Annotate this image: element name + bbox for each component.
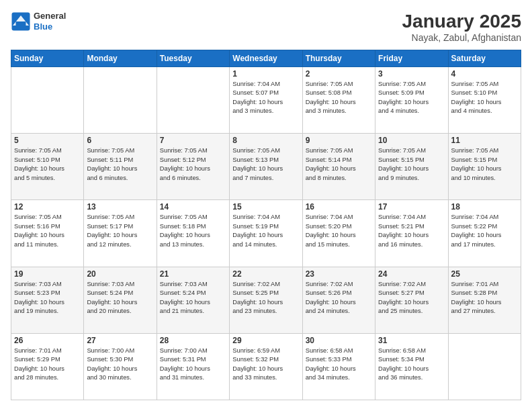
day-number: 1 (232, 69, 299, 79)
day-info: Sunrise: 7:05 AM Sunset: 5:11 PM Dayligh… (87, 146, 153, 183)
day-cell: 16Sunrise: 7:04 AM Sunset: 5:20 PM Dayli… (302, 200, 375, 267)
calendar-table: SundayMondayTuesdayWednesdayThursdayFrid… (11, 50, 521, 400)
svg-rect-2 (16, 21, 26, 28)
day-cell: 5Sunrise: 7:05 AM Sunset: 5:10 PM Daylig… (11, 134, 84, 200)
day-number: 29 (232, 336, 299, 345)
week-row-1: 1Sunrise: 7:04 AM Sunset: 5:07 PM Daylig… (11, 67, 521, 134)
header-row: SundayMondayTuesdayWednesdayThursdayFrid… (11, 50, 521, 67)
logo-general: General (34, 11, 66, 21)
day-info: Sunrise: 7:03 AM Sunset: 5:24 PM Dayligh… (160, 280, 226, 316)
day-info: Sunrise: 7:01 AM Sunset: 5:28 PM Dayligh… (451, 280, 518, 316)
day-number: 21 (160, 269, 226, 279)
day-number: 3 (378, 69, 445, 79)
day-number: 12 (14, 202, 81, 212)
day-cell: 22Sunrise: 7:02 AM Sunset: 5:25 PM Dayli… (230, 267, 302, 333)
day-cell: 6Sunrise: 7:05 AM Sunset: 5:11 PM Daylig… (84, 134, 157, 200)
logo-text: General Blue (34, 11, 66, 32)
week-row-3: 12Sunrise: 7:05 AM Sunset: 5:16 PM Dayli… (11, 200, 521, 267)
day-info: Sunrise: 7:05 AM Sunset: 5:18 PM Dayligh… (160, 213, 226, 249)
day-cell: 27Sunrise: 7:00 AM Sunset: 5:30 PM Dayli… (84, 333, 157, 400)
day-cell: 31Sunrise: 6:58 AM Sunset: 5:34 PM Dayli… (375, 333, 448, 400)
day-cell: 30Sunrise: 6:58 AM Sunset: 5:33 PM Dayli… (302, 333, 375, 400)
day-number: 17 (378, 202, 445, 212)
day-cell: 25Sunrise: 7:01 AM Sunset: 5:28 PM Dayli… (448, 267, 521, 333)
day-cell: 1Sunrise: 7:04 AM Sunset: 5:07 PM Daylig… (230, 67, 302, 134)
day-number: 6 (87, 136, 153, 145)
day-number: 27 (87, 336, 153, 345)
day-cell: 29Sunrise: 6:59 AM Sunset: 5:32 PM Dayli… (230, 333, 302, 400)
day-info: Sunrise: 7:05 AM Sunset: 5:09 PM Dayligh… (378, 80, 445, 116)
day-info: Sunrise: 7:01 AM Sunset: 5:29 PM Dayligh… (14, 347, 81, 383)
day-cell: 4Sunrise: 7:05 AM Sunset: 5:10 PM Daylig… (448, 67, 521, 134)
day-cell (157, 67, 229, 134)
day-cell (84, 67, 157, 134)
day-number: 23 (306, 269, 372, 279)
day-number: 15 (232, 202, 299, 212)
day-cell: 24Sunrise: 7:02 AM Sunset: 5:27 PM Dayli… (375, 267, 448, 333)
day-info: Sunrise: 7:04 AM Sunset: 5:20 PM Dayligh… (306, 213, 372, 249)
day-number: 19 (14, 269, 81, 279)
day-cell: 3Sunrise: 7:05 AM Sunset: 5:09 PM Daylig… (375, 67, 448, 134)
day-cell: 8Sunrise: 7:05 AM Sunset: 5:13 PM Daylig… (230, 134, 302, 200)
day-info: Sunrise: 7:00 AM Sunset: 5:31 PM Dayligh… (160, 347, 226, 383)
day-info: Sunrise: 7:05 AM Sunset: 5:17 PM Dayligh… (87, 213, 153, 249)
day-cell: 11Sunrise: 7:05 AM Sunset: 5:15 PM Dayli… (448, 134, 521, 200)
day-cell: 19Sunrise: 7:03 AM Sunset: 5:23 PM Dayli… (11, 267, 84, 333)
day-info: Sunrise: 7:05 AM Sunset: 5:15 PM Dayligh… (451, 146, 518, 183)
day-number: 16 (306, 202, 372, 212)
day-info: Sunrise: 7:04 AM Sunset: 5:22 PM Dayligh… (451, 213, 518, 249)
logo-icon (11, 11, 31, 32)
day-cell: 28Sunrise: 7:00 AM Sunset: 5:31 PM Dayli… (157, 333, 229, 400)
day-header-tuesday: Tuesday (157, 50, 229, 67)
day-header-monday: Monday (84, 50, 157, 67)
day-info: Sunrise: 7:03 AM Sunset: 5:23 PM Dayligh… (14, 280, 81, 316)
day-cell: 13Sunrise: 7:05 AM Sunset: 5:17 PM Dayli… (84, 200, 157, 267)
day-info: Sunrise: 7:04 AM Sunset: 5:21 PM Dayligh… (378, 213, 445, 249)
day-info: Sunrise: 7:05 AM Sunset: 5:16 PM Dayligh… (14, 213, 81, 249)
day-info: Sunrise: 7:02 AM Sunset: 5:27 PM Dayligh… (378, 280, 445, 316)
day-cell: 15Sunrise: 7:04 AM Sunset: 5:19 PM Dayli… (230, 200, 302, 267)
day-number: 9 (306, 136, 372, 145)
day-number: 24 (378, 269, 445, 279)
day-number: 14 (160, 202, 226, 212)
page: General Blue January 2025 Nayak, Zabul, … (0, 0, 532, 411)
day-number: 2 (306, 69, 372, 79)
day-info: Sunrise: 7:04 AM Sunset: 5:07 PM Dayligh… (232, 80, 299, 116)
week-row-4: 19Sunrise: 7:03 AM Sunset: 5:23 PM Dayli… (11, 267, 521, 333)
day-info: Sunrise: 7:05 AM Sunset: 5:10 PM Dayligh… (14, 146, 81, 183)
day-info: Sunrise: 7:05 AM Sunset: 5:08 PM Dayligh… (306, 80, 372, 116)
day-info: Sunrise: 7:03 AM Sunset: 5:24 PM Dayligh… (87, 280, 153, 316)
calendar-title: January 2025 (402, 11, 521, 32)
day-number: 18 (451, 202, 518, 212)
day-number: 5 (14, 136, 81, 145)
title-block: January 2025 Nayak, Zabul, Afghanistan (402, 11, 521, 43)
logo-blue: Blue (34, 21, 66, 32)
logo: General Blue (11, 11, 66, 32)
day-cell: 26Sunrise: 7:01 AM Sunset: 5:29 PM Dayli… (11, 333, 84, 400)
day-number: 26 (14, 336, 81, 345)
week-row-2: 5Sunrise: 7:05 AM Sunset: 5:10 PM Daylig… (11, 134, 521, 200)
day-info: Sunrise: 6:59 AM Sunset: 5:32 PM Dayligh… (232, 347, 299, 383)
day-number: 25 (451, 269, 518, 279)
day-number: 8 (232, 136, 299, 145)
day-cell (11, 67, 84, 134)
day-number: 28 (160, 336, 226, 345)
day-info: Sunrise: 7:05 AM Sunset: 5:12 PM Dayligh… (160, 146, 226, 183)
day-info: Sunrise: 7:05 AM Sunset: 5:10 PM Dayligh… (451, 80, 518, 116)
day-cell: 18Sunrise: 7:04 AM Sunset: 5:22 PM Dayli… (448, 200, 521, 267)
day-info: Sunrise: 7:04 AM Sunset: 5:19 PM Dayligh… (232, 213, 299, 249)
day-info: Sunrise: 7:05 AM Sunset: 5:14 PM Dayligh… (306, 146, 372, 183)
day-cell: 23Sunrise: 7:02 AM Sunset: 5:26 PM Dayli… (302, 267, 375, 333)
day-info: Sunrise: 7:05 AM Sunset: 5:15 PM Dayligh… (378, 146, 445, 183)
day-number: 20 (87, 269, 153, 279)
calendar-subtitle: Nayak, Zabul, Afghanistan (402, 32, 521, 43)
day-number: 30 (306, 336, 372, 345)
day-info: Sunrise: 6:58 AM Sunset: 5:33 PM Dayligh… (306, 347, 372, 383)
day-cell: 2Sunrise: 7:05 AM Sunset: 5:08 PM Daylig… (302, 67, 375, 134)
day-info: Sunrise: 7:02 AM Sunset: 5:26 PM Dayligh… (306, 280, 372, 316)
day-cell: 12Sunrise: 7:05 AM Sunset: 5:16 PM Dayli… (11, 200, 84, 267)
day-number: 31 (378, 336, 445, 345)
day-cell (448, 333, 521, 400)
day-cell: 7Sunrise: 7:05 AM Sunset: 5:12 PM Daylig… (157, 134, 229, 200)
week-row-5: 26Sunrise: 7:01 AM Sunset: 5:29 PM Dayli… (11, 333, 521, 400)
